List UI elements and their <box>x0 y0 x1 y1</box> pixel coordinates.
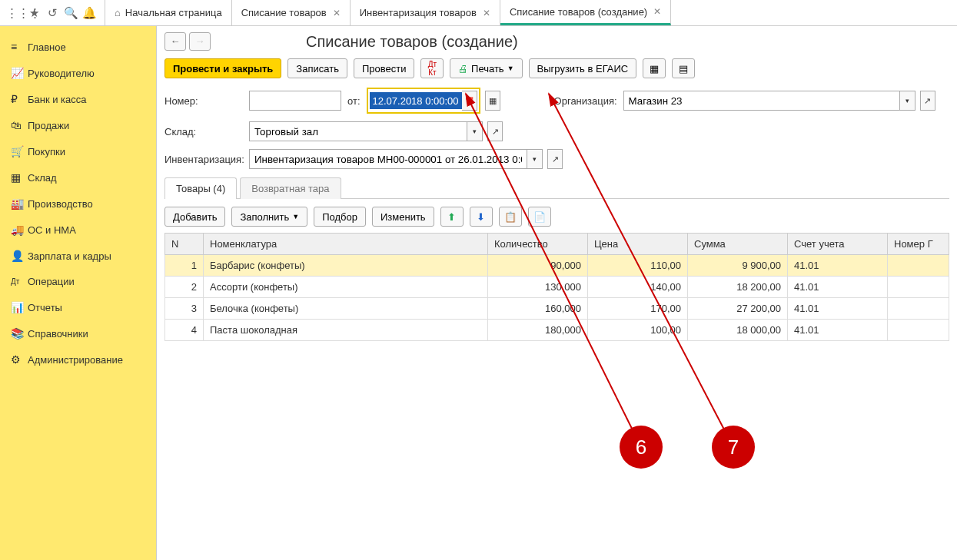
sidebar-item-directories[interactable]: 📚Справочники <box>0 320 156 346</box>
tab-writeoff-create[interactable]: Списание товаров (создание) ✕ <box>500 0 671 25</box>
save-button[interactable]: Записать <box>287 58 347 78</box>
forward-button[interactable]: → <box>189 32 211 51</box>
sidebar-item-admin[interactable]: ⚙Администрирование <box>0 346 156 373</box>
tab-label: Инвентаризация товаров <box>360 7 477 18</box>
copy-button[interactable]: 📋 <box>499 207 522 227</box>
printer-icon: 🖨 <box>458 63 468 75</box>
sidebar-item-warehouse[interactable]: ▦Склад <box>0 164 156 191</box>
inv-input[interactable] <box>249 149 527 169</box>
inv-label: Инвентаризация: <box>164 154 249 165</box>
pick-button[interactable]: Подбор <box>314 207 366 227</box>
org-open-button[interactable]: ↗ <box>920 91 935 111</box>
menu-icon: ≡ <box>11 41 28 53</box>
fill-button[interactable]: Заполнить▼ <box>231 207 307 227</box>
sklad-open-button[interactable]: ↗ <box>487 121 503 141</box>
back-button[interactable]: ← <box>164 32 186 51</box>
sidebar-item-manager[interactable]: 📈Руководителю <box>0 60 156 86</box>
tab-inventory[interactable]: Инвентаризация товаров ✕ <box>351 0 500 25</box>
sidebar-item-label: ОС и НМА <box>28 224 76 236</box>
sidebar-item-payroll[interactable]: 👤Зарплата и кадры <box>0 243 156 269</box>
col-qty[interactable]: Количество <box>488 234 588 255</box>
sklad-input[interactable] <box>249 121 467 141</box>
factory-icon: 🏭 <box>11 197 28 210</box>
table-row[interactable]: 3Белочка (конфеты)160,000170,0027 200,00… <box>165 298 949 320</box>
sidebar-item-label: Склад <box>28 172 57 184</box>
inv-open-button[interactable]: ↗ <box>547 149 563 169</box>
add-button[interactable]: Добавить <box>164 207 225 227</box>
topbar-quick-icons: ⋮⋮⋮ ★ ↺ 🔍 🔔 <box>0 0 105 25</box>
table-row[interactable]: 4Паста шоколадная180,000100,0018 000,004… <box>165 320 949 341</box>
extra2-button[interactable]: ▤ <box>672 58 695 78</box>
sidebar-item-main[interactable]: ≡Главное <box>0 34 156 60</box>
sidebar-item-label: Покупки <box>28 146 65 157</box>
annotation-circle-7: 7 <box>712 426 755 469</box>
dtkt-button[interactable]: ДтКт <box>420 58 444 78</box>
date-extra-button[interactable]: ▦ <box>485 91 500 111</box>
date-field[interactable]: 12.07.2018 0:00:00 📅 <box>367 88 480 114</box>
tab-writeoff[interactable]: Списание товаров ✕ <box>232 0 351 25</box>
from-label: от: <box>347 95 361 107</box>
page-title: Списание товаров (создание) <box>306 33 518 51</box>
search-icon[interactable]: 🔍 <box>61 6 80 20</box>
sidebar-item-bank[interactable]: ₽Банк и касса <box>0 86 156 112</box>
col-acc[interactable]: Счет учета <box>788 234 888 255</box>
sidebar-item-purchases[interactable]: 🛒Покупки <box>0 138 156 164</box>
sidebar-item-label: Главное <box>28 41 66 53</box>
change-button[interactable]: Изменить <box>372 207 434 227</box>
goods-table: N Номенклатура Количество Цена Сумма Сче… <box>164 233 949 341</box>
close-icon[interactable]: ✕ <box>483 8 490 18</box>
tab-tara[interactable]: Возвратная тара <box>240 177 341 199</box>
tab-label: Списание товаров <box>241 7 327 18</box>
calendar-icon[interactable]: 📅 <box>462 91 477 111</box>
table-row[interactable]: 2Ассорти (конфеты)130,000140,0018 200,00… <box>165 277 949 298</box>
annotation-circle-6: 6 <box>620 426 663 469</box>
bell-icon[interactable]: 🔔 <box>80 6 98 20</box>
egais-button[interactable]: Выгрузить в ЕГАИС <box>529 58 637 78</box>
col-n[interactable]: N <box>165 234 204 255</box>
print-button[interactable]: 🖨 Печать▼ <box>450 58 522 78</box>
sidebar: ≡Главное 📈Руководителю ₽Банк и касса 🛍Пр… <box>0 26 157 560</box>
sidebar-item-operations[interactable]: ДтОперации <box>0 269 156 294</box>
post-close-button[interactable]: Провести и закрыть <box>164 58 281 78</box>
sidebar-item-sales[interactable]: 🛍Продажи <box>0 112 156 138</box>
move-down-button[interactable]: ⬇ <box>470 207 493 227</box>
col-sum[interactable]: Сумма <box>688 234 788 255</box>
sidebar-item-assets[interactable]: 🚚ОС и НМА <box>0 217 156 243</box>
tab-home[interactable]: ⌂ Начальная страница <box>105 0 232 25</box>
close-icon[interactable]: ✕ <box>653 6 661 17</box>
main-content: ← → Списание товаров (создание) Провести… <box>157 26 957 560</box>
sidebar-item-label: Отчеты <box>28 302 62 313</box>
extra1-button[interactable]: ▦ <box>643 58 666 78</box>
topbar-tabs: ⌂ Начальная страница Списание товаров ✕ … <box>105 0 671 25</box>
table-row[interactable]: 1Барбарис (конфеты)90,000110,009 900,004… <box>165 255 949 277</box>
close-icon[interactable]: ✕ <box>333 8 341 18</box>
tab-label: Начальная страница <box>125 7 222 18</box>
org-dropdown-icon[interactable]: ▾ <box>900 91 915 111</box>
gear-icon: ⚙ <box>11 353 28 366</box>
bag-icon: 🛍 <box>11 119 28 131</box>
number-input[interactable] <box>249 91 341 111</box>
sklad-label: Склад: <box>164 126 249 138</box>
org-input[interactable] <box>623 91 900 111</box>
sidebar-item-label: Операции <box>28 276 75 287</box>
move-up-button[interactable]: ⬆ <box>440 207 464 227</box>
sidebar-item-label: Банк и касса <box>28 94 87 105</box>
grid-icon: ▦ <box>11 171 28 184</box>
history-icon[interactable]: ↺ <box>43 6 61 20</box>
col-gtd[interactable]: Номер Г <box>888 234 949 255</box>
paste-button[interactable]: 📄 <box>528 207 551 227</box>
post-button[interactable]: Провести <box>354 58 415 78</box>
sidebar-item-label: Администрирование <box>28 354 123 366</box>
sidebar-item-production[interactable]: 🏭Производство <box>0 191 156 217</box>
tab-label: Списание товаров (создание) <box>510 6 647 18</box>
tab-goods[interactable]: Товары (4) <box>164 177 237 199</box>
star-icon[interactable]: ★ <box>25 6 43 20</box>
sidebar-item-reports[interactable]: 📊Отчеты <box>0 294 156 320</box>
col-nom[interactable]: Номенклатура <box>204 234 488 255</box>
col-price[interactable]: Цена <box>588 234 688 255</box>
table-toolbar: Добавить Заполнить▼ Подбор Изменить ⬆ ⬇ … <box>164 207 949 227</box>
sidebar-item-label: Продажи <box>28 120 69 131</box>
apps-icon[interactable]: ⋮⋮⋮ <box>6 6 25 20</box>
inv-dropdown-icon[interactable]: ▾ <box>527 149 543 169</box>
sklad-dropdown-icon[interactable]: ▾ <box>467 121 483 141</box>
